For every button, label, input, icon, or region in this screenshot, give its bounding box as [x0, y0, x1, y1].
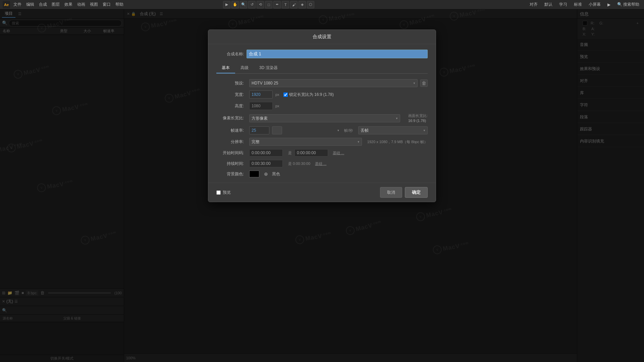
- eyedropper-icon[interactable]: ⊕: [264, 171, 268, 177]
- duration-label: 持续时间:: [216, 161, 247, 167]
- tab-3d-renderer[interactable]: 3D 渲染器: [254, 63, 283, 73]
- width-unit: px: [275, 93, 279, 97]
- menu-effects[interactable]: 效果: [62, 1, 74, 8]
- base-link-1[interactable]: 基础 ...: [333, 150, 344, 156]
- preset-select[interactable]: HDTV 1080 25: [249, 79, 418, 87]
- tab-basic[interactable]: 基本: [216, 63, 235, 73]
- res-select-wrapper: 完整 ▼: [249, 138, 362, 146]
- dialog-body: 合成名称: 基本 高级 3D 渲染器 预设: HDTV 1080 25: [208, 44, 436, 183]
- pixel-ar-select[interactable]: 方形像素: [249, 114, 400, 122]
- basic-tab-content: 预设: HDTV 1080 25 ▼ 🗑 宽度: px: [216, 79, 428, 177]
- learn-menu[interactable]: 学习: [557, 1, 569, 8]
- fps-label: 帧速率:: [216, 128, 247, 133]
- menu-bar: 文件 编辑 合成 图层 效果 动画 视图 窗口 帮助: [11, 1, 222, 8]
- is-duration: 是 0:00:30:00: [288, 161, 310, 166]
- duration-row: 持续时间: 是 0:00:30:00 基础 ...: [216, 160, 428, 167]
- pen-tool[interactable]: ✒: [273, 1, 281, 8]
- preset-select-wrapper: HDTV 1080 25 ▼: [249, 79, 418, 87]
- preset-label: 预设:: [216, 80, 247, 86]
- menu-layer[interactable]: 图层: [50, 1, 62, 8]
- drop-frame-wrapper: 丢帧 ▼: [358, 126, 428, 134]
- end-tc-input[interactable]: [294, 149, 328, 157]
- menu-view[interactable]: 视图: [88, 1, 100, 8]
- comp-name-row: 合成名称:: [216, 50, 428, 58]
- dialog-footer: 预览 取消 确定: [208, 183, 436, 202]
- menu-window[interactable]: 窗口: [101, 1, 113, 8]
- bg-color-row: 背景颜色: ⊕ 黑色: [216, 171, 428, 177]
- right-menu-bar: 对齐 默认 学习 标准 小屏幕 ▶ 🔍 搜索帮助: [528, 1, 641, 8]
- height-input[interactable]: [249, 102, 273, 110]
- width-input[interactable]: [249, 90, 273, 99]
- dialog-tabs: 基本 高级 3D 渲染器: [216, 63, 428, 74]
- comp-name-input[interactable]: [247, 50, 428, 58]
- height-label: 高度:: [216, 103, 247, 109]
- standard-menu[interactable]: 标准: [572, 1, 584, 8]
- preset-row: 预设: HDTV 1080 25 ▼ 🗑: [216, 79, 428, 87]
- toolbar: ▶ ✋ 🔍 ↺ ⟲ □ ✒ T 🖌 ◈ ⬡: [223, 1, 314, 8]
- bg-color-swatch[interactable]: [249, 171, 259, 177]
- fps-dropdown[interactable]: [272, 126, 282, 134]
- select-tool[interactable]: ▶: [223, 1, 230, 8]
- undo-tool[interactable]: ⟲: [257, 1, 264, 8]
- brush-tool[interactable]: 🖌: [290, 1, 298, 8]
- res-label: 分辨率:: [216, 139, 247, 145]
- cancel-button[interactable]: 取消: [380, 187, 402, 198]
- top-menu-bar: Ae 文件 编辑 合成 图层 效果 动画 视图 窗口 帮助 ▶ ✋ 🔍 ↺ ⟲ …: [0, 0, 644, 9]
- menu-comp[interactable]: 合成: [37, 1, 49, 8]
- rotate-tool[interactable]: ↺: [248, 1, 256, 8]
- height-row: 高度: px: [216, 102, 428, 110]
- end-tc-is: 是: [288, 150, 292, 156]
- ok-button[interactable]: 确定: [405, 187, 428, 198]
- composition-settings-dialog: 合成设置 合成名称: 基本 高级 3D 渲染器 预设: H: [208, 29, 436, 202]
- dialog-overlay: 合成设置 合成名称: 基本 高级 3D 渲染器 预设: H: [0, 9, 644, 362]
- width-label: 宽度:: [216, 92, 247, 98]
- default-menu[interactable]: 默认: [542, 1, 554, 8]
- resolution-row: 分辨率: 完整 ▼ 644 x 362，7.9 MB（每 8bpc 帧）: [216, 138, 428, 146]
- menu-edit[interactable]: 编辑: [24, 1, 36, 8]
- start-tc-input[interactable]: [249, 149, 283, 157]
- width-row: 宽度: px 锁定长宽比为 16:9 (1.78): [216, 90, 428, 99]
- align-menu[interactable]: 对齐: [528, 1, 540, 8]
- hand-tool[interactable]: ✋: [231, 1, 239, 8]
- drop-frame-select[interactable]: 丢帧: [358, 126, 428, 134]
- bg-color-name: 黑色: [272, 171, 280, 177]
- dialog-title: 合成设置: [208, 30, 436, 44]
- lock-ar-checkbox[interactable]: [283, 93, 288, 97]
- base-link-2[interactable]: 基础 ...: [315, 161, 326, 166]
- tab-advanced[interactable]: 高级: [235, 63, 254, 73]
- pixel-ar-row: 像素长宽比: 方形像素 ▼ 画面长宽比: 16:9 (1.78): [216, 113, 428, 123]
- footer-buttons: 取消 确定: [380, 187, 428, 198]
- pixel-ar-label: 像素长宽比:: [216, 115, 247, 121]
- duration-input[interactable]: [249, 160, 283, 167]
- frame-ar-label: 画面长宽比: 16:9 (1.78): [408, 113, 428, 123]
- preview-checkbox-row: 预览: [216, 190, 231, 195]
- fps-arrow: ▼: [337, 129, 340, 132]
- bg-color-label: 背景颜色:: [216, 171, 247, 177]
- fps-unit: 帧/秒: [344, 128, 353, 133]
- start-tc-label: 开始时间码:: [216, 150, 247, 156]
- small-screen-menu[interactable]: 小屏幕: [587, 1, 603, 8]
- preview-checkbox[interactable]: [216, 190, 221, 195]
- menu-help[interactable]: 帮助: [113, 1, 125, 8]
- expand-menu[interactable]: ▶: [605, 2, 612, 8]
- shape-tool[interactable]: ⬡: [307, 1, 314, 8]
- menu-file[interactable]: 文件: [11, 1, 23, 8]
- lock-ar-label: 锁定长宽比为 16:9 (1.78): [289, 92, 334, 98]
- delete-preset-btn[interactable]: 🗑: [420, 79, 428, 87]
- start-tc-row: 开始时间码: 是 基础 ...: [216, 149, 428, 157]
- lock-row: 锁定长宽比为 16:9 (1.78): [283, 92, 334, 98]
- menu-animation[interactable]: 动画: [75, 1, 87, 8]
- app-logo: Ae: [3, 1, 10, 8]
- stamp-tool[interactable]: ◈: [299, 1, 306, 8]
- res-detail: 644 x 362，7.9 MB（每 8bpc 帧）: [367, 139, 428, 144]
- fps-input[interactable]: [249, 126, 269, 134]
- zoom-tool[interactable]: 🔍: [240, 1, 247, 8]
- preview-label: 预览: [223, 190, 231, 195]
- fps-row: 帧速率: ▼ 帧/秒 丢帧 ▼: [216, 126, 428, 134]
- text-tool[interactable]: T: [282, 1, 289, 8]
- fps-dropdown-wrapper: ▼: [272, 126, 341, 134]
- search-help[interactable]: 🔍 搜索帮助: [615, 1, 641, 8]
- rect-tool[interactable]: □: [265, 1, 272, 8]
- comp-name-label: 合成名称:: [216, 51, 247, 57]
- res-select[interactable]: 完整: [249, 138, 362, 146]
